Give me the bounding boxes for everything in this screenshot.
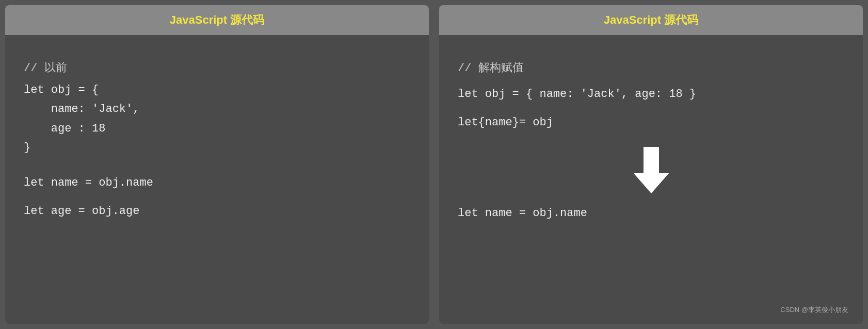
svg-marker-0 bbox=[633, 147, 669, 193]
right-line2: let{name}= obj bbox=[458, 113, 844, 132]
right-panel-body: // 解构赋值 let obj = { name: 'Jack', age: 1… bbox=[439, 35, 863, 324]
right-line3: let name = obj.name bbox=[458, 204, 844, 223]
down-arrow-icon bbox=[633, 147, 669, 193]
right-panel: JavaScript 源代码 // 解构赋值 let obj = { name:… bbox=[439, 5, 863, 324]
right-panel-title: JavaScript 源代码 bbox=[604, 13, 698, 26]
left-panel-title: JavaScript 源代码 bbox=[170, 13, 264, 26]
right-comment: // 解构赋值 bbox=[458, 60, 844, 75]
left-panel-header: JavaScript 源代码 bbox=[5, 5, 429, 35]
arrow-container bbox=[458, 147, 844, 193]
left-line1: let name = obj.name bbox=[24, 173, 410, 192]
left-panel: JavaScript 源代码 // 以前 let obj = { name: '… bbox=[5, 5, 429, 324]
right-panel-header: JavaScript 源代码 bbox=[439, 5, 863, 35]
left-comment: // 以前 bbox=[24, 60, 410, 75]
left-line2: let age = obj.age bbox=[24, 202, 410, 221]
main-container: JavaScript 源代码 // 以前 let obj = { name: '… bbox=[0, 0, 868, 329]
watermark: CSDN @李英俊小朋友 bbox=[780, 305, 848, 315]
left-panel-body: // 以前 let obj = { name: 'Jack', age : 18… bbox=[5, 35, 429, 324]
left-code-block: let obj = { name: 'Jack', age : 18 } bbox=[24, 80, 410, 158]
right-line1: let obj = { name: 'Jack', age: 18 } bbox=[458, 85, 844, 104]
